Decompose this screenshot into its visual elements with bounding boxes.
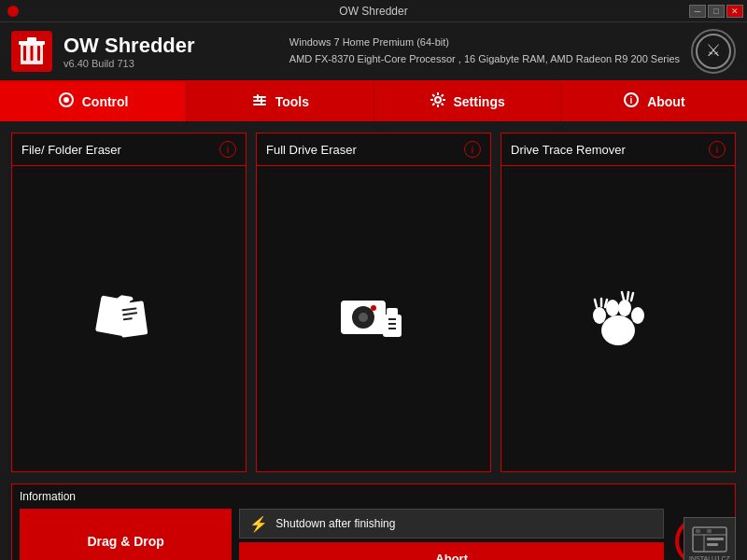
paw-icon [581,282,655,357]
nav-control[interactable]: Control [0,82,187,121]
os-info: Windows 7 Home Premium (64-bit) [289,35,680,51]
svg-rect-46 [696,529,700,533]
app-icon [11,31,52,72]
nav-control-label: Control [82,94,129,109]
full-drive-info-btn[interactable]: i [464,141,481,158]
drive-trace-remover-header: Drive Trace Remover i [501,133,735,166]
shutdown-abort-section: ⚡ Shutdown after finishing Abort [239,509,664,560]
svg-line-36 [595,300,597,307]
instaluj-badge: INSTALUJ.CZ [684,517,736,560]
svg-rect-5 [37,46,40,61]
app-header: OW Shredder v6.40 Build 713 Windows 7 Ho… [0,22,747,82]
svg-rect-27 [387,308,398,317]
svg-line-41 [631,293,633,301]
nav-tools-label: Tools [275,94,309,109]
drive-trace-remover-body [501,166,735,471]
info-label: Information [20,490,727,503]
cpu-info: AMD FX-8370 Eight-Core Processor , 16 Gi… [289,51,680,68]
svg-rect-13 [257,94,259,100]
nav-settings[interactable]: Settings [374,82,561,121]
window-controls: ─ □ ✕ [689,0,743,21]
svg-rect-14 [261,98,262,104]
shutdown-icon: ⚡ [249,515,268,533]
action-row: Drag & Drop ⚡ Shutdown after finishing A… [20,509,727,560]
minimize-button[interactable]: ─ [689,5,706,18]
nav-tools[interactable]: Tools [187,82,374,121]
svg-rect-30 [388,328,396,329]
settings-icon [430,91,446,112]
svg-point-24 [359,313,368,322]
svg-text:i: i [630,95,633,105]
svg-rect-26 [383,315,402,337]
system-info: Windows 7 Home Premium (64-bit) AMD FX-8… [289,35,680,67]
svg-rect-29 [388,323,396,325]
svg-text:⚔: ⚔ [706,41,721,60]
close-button[interactable]: ✕ [726,5,743,18]
svg-rect-49 [707,543,718,546]
app-name: OW Shredder [63,34,278,58]
svg-rect-10 [253,96,266,98]
navbar: Control Tools Settings i [0,82,747,121]
drive-trace-remover-card[interactable]: Drive Trace Remover i [500,133,736,472]
file-folder-eraser-header: File/ Folder Eraser i [12,133,246,166]
svg-rect-47 [707,529,712,533]
svg-line-40 [627,292,628,300]
maximize-button[interactable]: □ [708,5,725,18]
svg-rect-2 [27,37,36,42]
file-folder-eraser-body [12,166,246,471]
nav-settings-label: Settings [454,94,505,109]
svg-rect-48 [707,538,724,540]
svg-rect-3 [23,46,26,61]
full-drive-eraser-card[interactable]: Full Drive Eraser i [256,133,491,472]
full-drive-eraser-header: Full Drive Eraser i [257,133,490,166]
app-dot [7,6,19,17]
abort-button[interactable]: Abort [239,542,664,560]
file-folder-info-btn[interactable]: i [219,141,236,158]
logo-badge: ⚔ [691,29,736,74]
app-version: v6.40 Build 713 [63,58,278,69]
svg-rect-28 [388,318,396,320]
shutdown-text: Shutdown after finishing [275,517,395,530]
app-info: OW Shredder v6.40 Build 713 [63,34,278,69]
svg-point-9 [63,97,69,103]
titlebar: OW Shredder ─ □ ✕ [0,0,747,22]
file-folder-eraser-card[interactable]: File/ Folder Eraser i [11,133,247,472]
svg-point-31 [601,315,635,345]
svg-point-33 [606,300,619,316]
shutdown-row: ⚡ Shutdown after finishing [239,509,664,539]
instaluj-label: INSTALUJ.CZ [689,555,730,561]
nav-about-label: About [647,94,684,109]
file-folder-icon [92,282,166,357]
main-content: File/ Folder Eraser i Full Drive Eraser … [0,121,747,483]
svg-line-39 [622,292,624,300]
full-drive-eraser-label: Full Drive Eraser [266,143,357,157]
svg-point-34 [618,300,631,316]
nav-about[interactable]: i About [561,82,747,121]
file-folder-eraser-label: File/ Folder Eraser [21,143,121,157]
svg-point-25 [371,305,376,311]
drag-drop-button[interactable]: Drag & Drop [20,509,232,560]
svg-rect-4 [31,46,34,61]
svg-rect-11 [253,100,266,102]
svg-point-15 [435,97,441,103]
drive-icon [336,282,411,357]
svg-point-32 [593,307,606,324]
full-drive-eraser-body [257,166,490,471]
drive-trace-info-btn[interactable]: i [709,141,726,158]
tools-icon [251,91,268,112]
svg-rect-12 [253,104,266,105]
info-box: Information Drag & Drop ⚡ Shutdown after… [11,483,736,560]
bottom-panel: Information Drag & Drop ⚡ Shutdown after… [0,483,747,560]
about-icon: i [623,91,640,112]
titlebar-title: OW Shredder [339,5,407,18]
svg-rect-18 [118,301,148,338]
drive-trace-remover-label: Drive Trace Remover [511,143,626,157]
svg-point-35 [631,307,644,324]
control-icon [58,91,75,112]
